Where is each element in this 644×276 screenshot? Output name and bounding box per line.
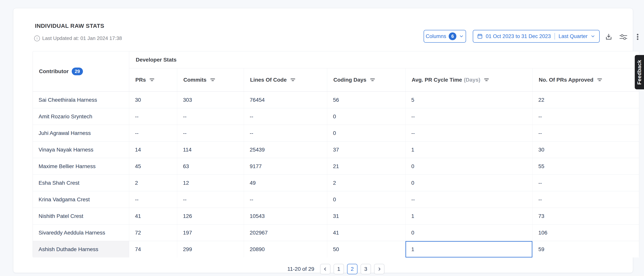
contributor-name: Vinaya Nayak Harness	[38, 147, 93, 153]
filter-icon[interactable]	[370, 78, 375, 82]
filter-settings-button[interactable]	[618, 32, 628, 42]
contributor-name-cell[interactable]: Nishith Patel Crest	[33, 208, 129, 224]
stat-cell[interactable]: 0	[327, 125, 406, 141]
contributor-name-cell[interactable]: Maxime Bellier Harness	[33, 158, 129, 174]
contributor-name-cell[interactable]: Sivareddy Aeddula Harness	[33, 224, 129, 241]
filter-icon[interactable]	[210, 78, 215, 82]
stat-cell[interactable]: 114	[177, 141, 244, 158]
stat-cell[interactable]: 76454	[244, 92, 327, 108]
stat-cell[interactable]: --	[129, 125, 177, 141]
stat-cell[interactable]: 10543	[244, 208, 327, 224]
column-header-avg-pr-cycle-time[interactable]: Avg. PR Cycle Time(Days)	[406, 68, 532, 92]
column-header-label: Coding Days	[334, 77, 366, 83]
stat-cell[interactable]: 202967	[244, 224, 327, 241]
stat-cell[interactable]: --	[244, 125, 327, 141]
stat-cell[interactable]: 0	[327, 108, 406, 125]
filter-icon[interactable]	[150, 78, 155, 82]
stat-cell[interactable]: --	[244, 191, 327, 208]
stat-cell[interactable]: 0	[406, 175, 532, 191]
stat-cell[interactable]: 25439	[244, 141, 327, 158]
stat-cell[interactable]: 56	[327, 92, 406, 108]
stat-cell[interactable]: 59	[532, 241, 639, 257]
stat-cell[interactable]: 49	[244, 175, 327, 191]
date-preset-text: Last Quarter	[558, 33, 588, 39]
stat-cell[interactable]: --	[177, 108, 244, 125]
contributor-name-cell[interactable]: Amit Rozario Sryntech	[33, 108, 129, 125]
stat-cell[interactable]: 30	[532, 141, 639, 158]
stat-cell[interactable]: --	[129, 108, 177, 125]
stat-cell[interactable]: 30	[129, 92, 177, 108]
filter-icon[interactable]	[484, 78, 489, 82]
contributor-name-cell[interactable]: Sai Cheethirala Harness	[33, 92, 129, 108]
download-button[interactable]	[604, 32, 614, 42]
stat-cell[interactable]: 5	[406, 92, 532, 108]
stat-value: 0	[333, 114, 336, 120]
column-header-prs[interactable]: PRs	[129, 68, 177, 92]
page-button-1[interactable]: 1	[334, 264, 344, 274]
stat-cell[interactable]: 1	[406, 141, 532, 158]
stat-cell[interactable]: --	[177, 125, 244, 141]
stat-cell[interactable]: --	[406, 108, 532, 125]
stat-cell[interactable]: 0	[406, 158, 532, 174]
stat-cell[interactable]: --	[129, 191, 177, 208]
stat-cell[interactable]: 45	[129, 158, 177, 174]
column-header-lines-of-code[interactable]: Lines Of Code	[244, 68, 327, 92]
filter-icon[interactable]	[597, 78, 602, 82]
columns-button[interactable]: Columns 6	[424, 30, 466, 43]
column-header-commits[interactable]: Commits	[177, 68, 244, 92]
stat-cell[interactable]: 31	[327, 208, 406, 224]
contributor-header-cell[interactable]: Contributor 29	[33, 51, 129, 92]
contributor-name-cell[interactable]: Ashish Duthade Harness	[33, 241, 129, 257]
page-button-3[interactable]: 3	[360, 264, 371, 274]
column-header-coding-days[interactable]: Coding Days	[327, 68, 406, 92]
stat-cell[interactable]: 73	[532, 208, 639, 224]
stat-cell[interactable]: --	[406, 125, 532, 141]
column-header-no-of-prs-approved[interactable]: No. Of PRs Approved	[532, 68, 639, 92]
stat-cell[interactable]: 41	[129, 208, 177, 224]
stat-value: 31	[333, 213, 339, 219]
stat-cell[interactable]: --	[532, 191, 639, 208]
stat-cell[interactable]: 106	[532, 224, 639, 241]
stat-cell[interactable]: 197	[177, 224, 244, 241]
stat-cell[interactable]: 50	[327, 241, 406, 257]
stat-cell[interactable]: 303	[177, 92, 244, 108]
stat-cell[interactable]: 14	[129, 141, 177, 158]
stat-cell[interactable]: 20890	[244, 241, 327, 257]
stat-cell[interactable]: 21	[327, 158, 406, 174]
stat-value: 50	[333, 246, 339, 252]
stat-cell[interactable]: 2	[129, 175, 177, 191]
stat-cell[interactable]: 72	[129, 224, 177, 241]
contributor-name-cell[interactable]: Vinaya Nayak Harness	[33, 141, 129, 158]
stat-cell[interactable]: 126	[177, 208, 244, 224]
stat-cell[interactable]: 74	[129, 241, 177, 257]
stat-cell[interactable]: --	[177, 191, 244, 208]
feedback-tab[interactable]: Feedback	[635, 55, 644, 89]
stat-cell[interactable]: 1	[406, 208, 532, 224]
stat-cell[interactable]: 299	[177, 241, 244, 257]
stat-cell[interactable]: 1	[406, 241, 532, 257]
stat-cell[interactable]: --	[532, 125, 639, 141]
contributor-name-cell[interactable]: Esha Shah Crest	[33, 175, 129, 191]
stat-cell[interactable]: 41	[327, 224, 406, 241]
stat-cell[interactable]: 22	[532, 92, 639, 108]
stat-cell[interactable]: 12	[177, 175, 244, 191]
stat-cell[interactable]: 0	[327, 191, 406, 208]
more-options-button[interactable]	[632, 32, 643, 42]
stat-cell[interactable]: --	[406, 191, 532, 208]
prev-page-button[interactable]	[320, 264, 330, 274]
stat-cell[interactable]: --	[532, 108, 639, 125]
stat-cell[interactable]: --	[532, 175, 639, 191]
date-range-button[interactable]: 01 Oct 2023 to 31 Dec 2023 Last Quarter	[473, 30, 600, 43]
stat-cell[interactable]: 63	[177, 158, 244, 174]
next-page-button[interactable]	[374, 264, 384, 274]
filter-icon[interactable]	[290, 78, 296, 82]
contributor-name-cell[interactable]: Juhi Agrawal Harness	[33, 125, 129, 141]
stat-cell[interactable]: 9177	[244, 158, 327, 174]
page-button-2[interactable]: 2	[347, 264, 358, 274]
contributor-name-cell[interactable]: Krina Vadgama Crest	[33, 191, 129, 208]
stat-cell[interactable]: 37	[327, 141, 406, 158]
stat-cell[interactable]: --	[244, 108, 327, 125]
stat-cell[interactable]: 0	[406, 224, 532, 241]
stat-cell[interactable]: 2	[327, 175, 406, 191]
stat-cell[interactable]: 55	[532, 158, 639, 174]
